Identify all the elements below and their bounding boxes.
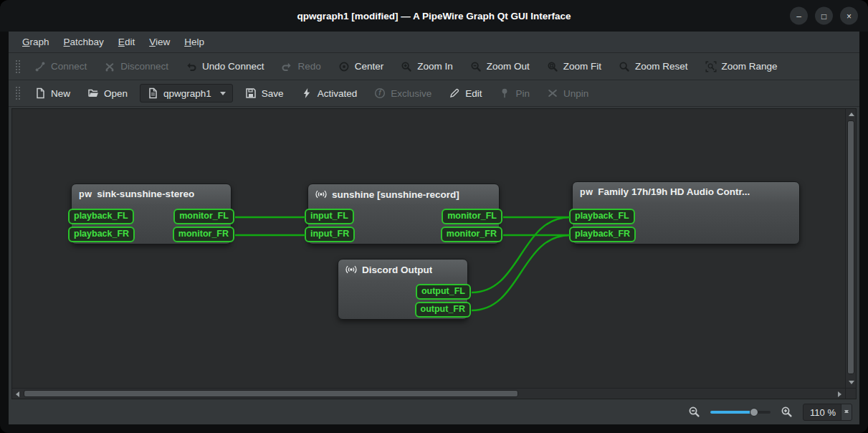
toolbar-label: Redo bbox=[297, 61, 320, 72]
port-in-playback-fr[interactable]: playback_FR bbox=[68, 227, 135, 242]
scroll-down-button[interactable] bbox=[846, 377, 857, 388]
toolbar-label: Zoom Out bbox=[487, 61, 530, 72]
port-out-monitor-fl[interactable]: monitor_FL bbox=[173, 209, 234, 224]
node-sunshine[interactable]: sunshine [sunshine-record]input_FLinput_… bbox=[307, 184, 500, 244]
window-chrome: GraphPatchbayEditViewHelp ConnectDisconn… bbox=[9, 32, 859, 424]
nodes-layer: pwsink-sunshine-stereoplayback_FLplaybac… bbox=[12, 109, 845, 388]
vertical-scrollbar[interactable] bbox=[845, 109, 856, 388]
toolbar-graph: ConnectDisconnectUndo ConnectRedoCenterZ… bbox=[9, 53, 859, 80]
minimize-button[interactable]: – bbox=[790, 7, 808, 25]
activated-button[interactable]: Activated bbox=[296, 84, 363, 103]
port-out-output-fl[interactable]: output_FL bbox=[416, 284, 471, 300]
status-bar: 110 % bbox=[9, 399, 859, 424]
port-out-output-fr[interactable]: output_FR bbox=[415, 302, 471, 318]
zoom-slider-track[interactable] bbox=[710, 411, 771, 414]
toolbar-handle-icon[interactable] bbox=[15, 59, 20, 75]
unpin-button[interactable]: Unpin bbox=[542, 84, 593, 103]
horizontal-scrollbar[interactable] bbox=[12, 388, 845, 399]
left-arrow-icon bbox=[16, 391, 19, 397]
vertical-scroll-thumb[interactable] bbox=[847, 120, 854, 374]
redo-icon bbox=[281, 61, 292, 72]
exclusive-button[interactable]: fExclusive bbox=[369, 84, 437, 103]
node-header: Discord Output bbox=[338, 260, 467, 275]
port-in-input-fr[interactable]: input_FR bbox=[305, 227, 355, 242]
port-in-playback-fl[interactable]: playback_FL bbox=[68, 209, 134, 224]
down-arrow-icon bbox=[844, 410, 849, 425]
menu-graph[interactable]: Graph bbox=[16, 34, 56, 50]
toolbar-patchbay: NewOpenqpwgraph1SaveActivatedfExclusiveE… bbox=[9, 80, 859, 107]
port-out-monitor-fr[interactable]: monitor_FR bbox=[173, 227, 234, 242]
pin-button[interactable]: Pin bbox=[494, 84, 535, 103]
maximize-button[interactable]: □ bbox=[815, 7, 833, 25]
zoom-out-button[interactable]: Zoom Out bbox=[465, 57, 535, 76]
node-title: Family 17h/19h HD Audio Contr... bbox=[598, 186, 750, 197]
zoom-out-icon bbox=[470, 61, 482, 72]
patchbay-select[interactable]: qpwgraph1 bbox=[140, 84, 233, 103]
undo-connect-button[interactable]: Undo Connect bbox=[181, 57, 269, 76]
edit-button[interactable]: Edit bbox=[444, 84, 487, 103]
node-header: sunshine [sunshine-record] bbox=[308, 184, 499, 200]
port-in-input-fl[interactable]: input_FL bbox=[305, 209, 354, 224]
port-out-monitor-fl[interactable]: monitor_FL bbox=[442, 209, 502, 224]
node-family[interactable]: pwFamily 17h/19h HD Audio Contr...playba… bbox=[572, 181, 800, 244]
zoom-in-button[interactable]: Zoom In bbox=[396, 57, 458, 76]
new-button[interactable]: New bbox=[29, 84, 75, 103]
menu-patchbay[interactable]: Patchbay bbox=[57, 34, 110, 50]
toolbar-handle-icon[interactable] bbox=[15, 85, 20, 101]
app-window: qpwgraph1 [modified] — A PipeWire Graph … bbox=[0, 0, 868, 433]
up-arrow-icon bbox=[849, 113, 854, 116]
disconnect-button[interactable]: Disconnect bbox=[99, 57, 173, 76]
stream-icon bbox=[345, 264, 357, 275]
menu-bar: GraphPatchbayEditViewHelp bbox=[9, 32, 859, 53]
center-icon bbox=[338, 61, 350, 72]
zoom-slider-handle[interactable] bbox=[750, 408, 758, 417]
port-in-playback-fl[interactable]: playback_FL bbox=[569, 209, 635, 224]
scroll-right-button[interactable] bbox=[834, 389, 845, 399]
undo-icon bbox=[186, 61, 197, 72]
zoom-spinbox[interactable]: 110 % bbox=[803, 404, 852, 421]
zoom-in-icon[interactable] bbox=[781, 406, 793, 418]
port-out-monitor-fr[interactable]: monitor_FR bbox=[441, 227, 502, 242]
horizontal-scroll-thumb[interactable] bbox=[24, 390, 518, 397]
zoom-spin-arrows bbox=[841, 404, 852, 420]
toolbar-label: Disconnect bbox=[120, 61, 168, 72]
zoom-slider[interactable] bbox=[710, 406, 771, 418]
dropdown-arrow-icon bbox=[220, 92, 226, 95]
zoom-spin-up-button[interactable] bbox=[844, 398, 849, 411]
center-button[interactable]: Center bbox=[333, 57, 389, 76]
exclusive-icon: f bbox=[374, 87, 386, 99]
close-icon: × bbox=[846, 11, 852, 20]
pin-icon bbox=[499, 87, 510, 99]
menu-help[interactable]: Help bbox=[178, 34, 211, 50]
zoom-range-button[interactable]: Zoom Range bbox=[700, 57, 783, 76]
node-discord[interactable]: Discord Outputoutput_FLoutput_FR bbox=[338, 259, 468, 320]
menu-view[interactable]: View bbox=[143, 34, 176, 50]
svg-text:f: f bbox=[379, 89, 383, 97]
scroll-up-button[interactable] bbox=[846, 109, 857, 120]
toolbar-label: Pin bbox=[515, 88, 530, 99]
save-button[interactable]: Save bbox=[240, 84, 289, 103]
node-header: pwsink-sunshine-stereo bbox=[72, 184, 231, 199]
zoom-spin-down-button[interactable] bbox=[844, 413, 849, 426]
connect-button[interactable]: Connect bbox=[29, 57, 92, 76]
node-sink[interactable]: pwsink-sunshine-stereoplayback_FLplaybac… bbox=[71, 184, 232, 244]
zoom-reset-button[interactable]: Zoom Reset bbox=[614, 57, 693, 76]
node-header: pwFamily 17h/19h HD Audio Contr... bbox=[573, 182, 799, 197]
zoom-out-icon[interactable] bbox=[688, 406, 700, 418]
toolbar-label: Center bbox=[355, 61, 384, 72]
scroll-left-button[interactable] bbox=[12, 389, 23, 399]
redo-button[interactable]: Redo bbox=[276, 57, 325, 76]
zoom-fit-icon bbox=[547, 61, 558, 72]
toolbar-label: Zoom Reset bbox=[635, 61, 688, 72]
down-arrow-icon bbox=[849, 381, 854, 384]
title-bar[interactable]: qpwgraph1 [modified] — A PipeWire Graph … bbox=[0, 0, 868, 32]
toolbar-label: Undo Connect bbox=[202, 61, 264, 72]
graph-canvas[interactable]: pwsink-sunshine-stereoplayback_FLplaybac… bbox=[11, 108, 857, 399]
port-in-playback-fr[interactable]: playback_FR bbox=[569, 227, 636, 242]
close-button[interactable]: × bbox=[840, 7, 858, 25]
node-title: sunshine [sunshine-record] bbox=[332, 189, 459, 200]
menu-edit[interactable]: Edit bbox=[112, 34, 141, 50]
open-button[interactable]: Open bbox=[82, 84, 133, 103]
save-icon bbox=[245, 87, 257, 99]
zoom-fit-button[interactable]: Zoom Fit bbox=[542, 57, 606, 76]
